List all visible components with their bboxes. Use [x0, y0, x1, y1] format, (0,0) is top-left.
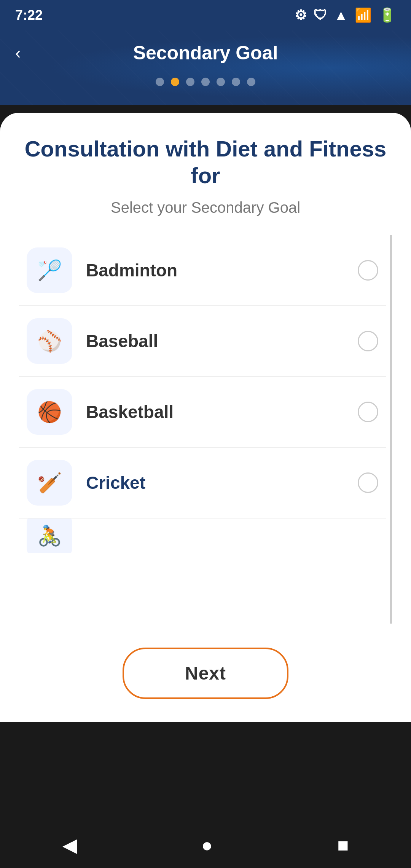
sport-list[interactable]: 🏸 Badminton ⚾ Baseball 🏀 Basketball	[19, 235, 392, 624]
baseball-label: Baseball	[86, 331, 358, 351]
list-item-badminton[interactable]: 🏸 Badminton	[19, 235, 386, 306]
list-item-baseball[interactable]: ⚾ Baseball	[19, 306, 386, 377]
list-item-cricket[interactable]: 🏏 Cricket	[19, 448, 386, 519]
badminton-radio[interactable]	[358, 260, 378, 281]
basketball-radio[interactable]	[358, 402, 378, 422]
content-card: Consultation with Diet and Fitness for S…	[0, 113, 411, 722]
home-nav-icon[interactable]: ●	[201, 834, 213, 856]
settings-icon: ⚙	[295, 7, 307, 23]
basketball-icon: 🏀	[37, 400, 62, 424]
header: ‹ Secondary Goal	[0, 30, 411, 105]
card-subtitle: Select your Secondary Goal	[19, 199, 392, 216]
card-title: Consultation with Diet and Fitness for	[19, 136, 392, 188]
badminton-label: Badminton	[86, 260, 358, 281]
signal-icon: 📶	[355, 7, 372, 23]
cricket-icon-box: 🏏	[27, 460, 72, 506]
bottom-nav: ◀ ● ■	[0, 822, 411, 868]
baseball-icon: ⚾	[37, 330, 62, 353]
nav-row: ‹ Secondary Goal	[15, 42, 396, 64]
list-item-cycling-partial[interactable]: 🚴	[19, 519, 386, 553]
badminton-icon-box: 🏸	[27, 247, 72, 293]
status-icons: ⚙ 🛡 ▲ 📶 🔋	[295, 7, 396, 23]
cycling-icon: 🚴	[37, 524, 62, 547]
cricket-label: Cricket	[86, 472, 358, 493]
status-bar: 7:22 ⚙ 🛡 ▲ 📶 🔋	[0, 0, 411, 30]
back-button[interactable]: ‹	[15, 43, 21, 62]
badminton-icon: 🏸	[37, 259, 62, 282]
cricket-radio[interactable]	[358, 472, 378, 493]
basketball-icon-box: 🏀	[27, 389, 72, 435]
back-nav-icon[interactable]: ◀	[62, 834, 77, 856]
shield-icon: 🛡	[314, 7, 327, 23]
basketball-label: Basketball	[86, 402, 358, 422]
cycling-icon-box: 🚴	[27, 519, 72, 553]
recent-nav-icon[interactable]: ■	[337, 834, 349, 856]
next-button[interactable]: Next	[123, 648, 288, 699]
battery-icon: 🔋	[379, 7, 396, 23]
next-btn-container: Next	[0, 648, 411, 699]
cricket-icon: 🏏	[37, 471, 62, 495]
wifi-icon: ▲	[334, 7, 348, 23]
baseball-radio[interactable]	[358, 331, 378, 351]
list-item-basketball[interactable]: 🏀 Basketball	[19, 377, 386, 448]
baseball-icon-box: ⚾	[27, 318, 72, 364]
status-time: 7:22	[15, 7, 43, 23]
page-title: Secondary Goal	[133, 42, 278, 64]
